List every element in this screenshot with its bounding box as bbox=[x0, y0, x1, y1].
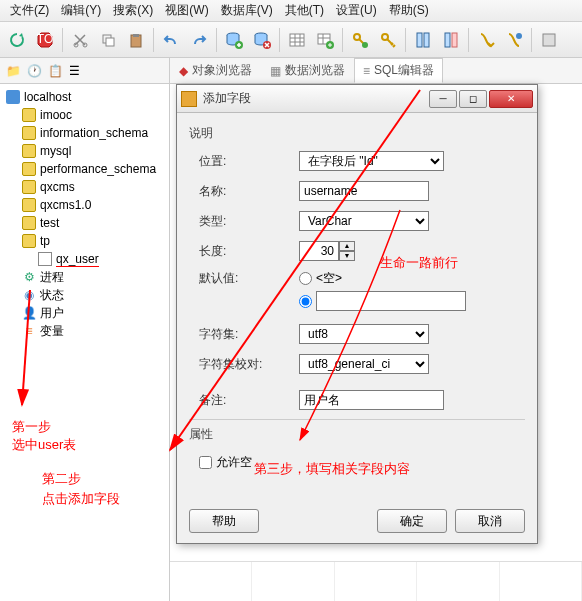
sidebar-toolbar: 📁 🕐 📋 ☰ bbox=[0, 58, 170, 84]
tree-status[interactable]: ◉状态 bbox=[0, 286, 169, 304]
table-icon[interactable] bbox=[284, 27, 310, 53]
default-empty-radio[interactable] bbox=[299, 272, 312, 285]
maximize-button[interactable]: ◻ bbox=[459, 90, 487, 108]
tree-db-information-schema[interactable]: information_schema bbox=[0, 124, 169, 142]
cut-icon[interactable] bbox=[67, 27, 93, 53]
tree-db-qxcms[interactable]: qxcms bbox=[0, 178, 169, 196]
column-add-icon[interactable] bbox=[410, 27, 436, 53]
column-icon[interactable] bbox=[438, 27, 464, 53]
menu-edit[interactable]: 编辑(Y) bbox=[55, 0, 107, 21]
svg-rect-21 bbox=[452, 33, 457, 47]
tree-db-imooc[interactable]: imooc bbox=[0, 106, 169, 124]
menu-other[interactable]: 其他(T) bbox=[279, 0, 330, 21]
length-input[interactable] bbox=[299, 241, 339, 261]
allow-null-checkbox[interactable] bbox=[199, 456, 212, 469]
name-input[interactable] bbox=[299, 181, 429, 201]
position-select[interactable]: 在字段后 "Id" bbox=[299, 151, 444, 171]
menu-file[interactable]: 文件(Z) bbox=[4, 0, 55, 21]
tree-db-qxcms10[interactable]: qxcms1.0 bbox=[0, 196, 169, 214]
svg-rect-12 bbox=[290, 34, 304, 46]
label-collation: 字符集校对: bbox=[189, 356, 299, 373]
label-comment: 备注: bbox=[189, 392, 299, 409]
comment-input[interactable] bbox=[299, 390, 444, 410]
add-field-dialog: 添加字段 ─ ◻ ✕ 说明 位置: 在字段后 "Id" 名称: 类型: VarC… bbox=[176, 84, 538, 544]
menu-help[interactable]: 帮助(S) bbox=[383, 0, 435, 21]
tree-db-tp[interactable]: tp bbox=[0, 232, 169, 250]
help-button[interactable]: 帮助 bbox=[189, 509, 259, 533]
menu-settings[interactable]: 设置(U) bbox=[330, 0, 383, 21]
undo-icon[interactable] bbox=[158, 27, 184, 53]
label-name: 名称: bbox=[189, 183, 299, 200]
default-value-radio[interactable] bbox=[299, 295, 312, 308]
dialog-title: 添加字段 bbox=[203, 90, 427, 107]
tree-table-qx-user[interactable]: qx_user bbox=[0, 250, 169, 268]
section-attributes: 属性 bbox=[189, 426, 525, 443]
key-add-icon[interactable] bbox=[347, 27, 373, 53]
svg-text:STOP: STOP bbox=[36, 32, 54, 46]
run-icon[interactable] bbox=[473, 27, 499, 53]
dialog-titlebar[interactable]: 添加字段 ─ ◻ ✕ bbox=[177, 85, 537, 113]
table-add-icon[interactable] bbox=[312, 27, 338, 53]
svg-point-22 bbox=[516, 33, 522, 39]
close-button[interactable]: ✕ bbox=[489, 90, 533, 108]
tree-host[interactable]: localhost bbox=[0, 88, 169, 106]
length-down[interactable]: ▼ bbox=[339, 251, 355, 261]
main-toolbar: STOP bbox=[0, 22, 582, 58]
tree-db-mysql[interactable]: mysql bbox=[0, 142, 169, 160]
bookmark-icon[interactable]: 📋 bbox=[48, 64, 63, 78]
default-empty-label: <空> bbox=[316, 270, 342, 287]
copy-icon[interactable] bbox=[95, 27, 121, 53]
tab-data-browser[interactable]: ▦数据浏览器 bbox=[261, 58, 354, 83]
tree-variables[interactable]: ≡变量 bbox=[0, 322, 169, 340]
menu-database[interactable]: 数据库(V) bbox=[215, 0, 279, 21]
tab-object-browser[interactable]: ◆对象浏览器 bbox=[170, 58, 261, 83]
label-charset: 字符集: bbox=[189, 326, 299, 343]
svg-rect-20 bbox=[445, 33, 450, 47]
allow-null-label: 允许空 bbox=[216, 454, 252, 471]
default-value-input[interactable] bbox=[316, 291, 466, 311]
svg-point-16 bbox=[362, 42, 368, 48]
db-add-icon[interactable] bbox=[221, 27, 247, 53]
menu-view[interactable]: 视图(W) bbox=[159, 0, 214, 21]
svg-rect-7 bbox=[133, 34, 139, 37]
svg-rect-19 bbox=[424, 33, 429, 47]
svg-rect-5 bbox=[106, 38, 114, 46]
length-up[interactable]: ▲ bbox=[339, 241, 355, 251]
svg-rect-18 bbox=[417, 33, 422, 47]
db-remove-icon[interactable] bbox=[249, 27, 275, 53]
tree-users[interactable]: 👤用户 bbox=[0, 304, 169, 322]
menu-search[interactable]: 搜索(X) bbox=[107, 0, 159, 21]
paste-icon[interactable] bbox=[123, 27, 149, 53]
refresh-icon[interactable] bbox=[4, 27, 30, 53]
minimize-button[interactable]: ─ bbox=[429, 90, 457, 108]
label-length: 长度: bbox=[189, 243, 299, 260]
tree-processes[interactable]: ⚙进程 bbox=[0, 268, 169, 286]
tree-db-test[interactable]: test bbox=[0, 214, 169, 232]
label-default: 默认值: bbox=[189, 270, 299, 287]
list-icon[interactable]: ☰ bbox=[69, 64, 80, 78]
run-sel-icon[interactable] bbox=[501, 27, 527, 53]
stop-icon[interactable]: STOP bbox=[32, 27, 58, 53]
filter-icon[interactable]: 📁 bbox=[6, 64, 21, 78]
tree-db-performance-schema[interactable]: performance_schema bbox=[0, 160, 169, 178]
charset-select[interactable]: utf8 bbox=[299, 324, 429, 344]
section-description: 说明 bbox=[189, 125, 525, 142]
menu-bar: 文件(Z) 编辑(Y) 搜索(X) 视图(W) 数据库(V) 其他(T) 设置(… bbox=[0, 0, 582, 22]
redo-icon[interactable] bbox=[186, 27, 212, 53]
label-type: 类型: bbox=[189, 213, 299, 230]
svg-rect-23 bbox=[543, 34, 555, 46]
collation-select[interactable]: utf8_general_ci bbox=[299, 354, 429, 374]
tab-sql-editor[interactable]: ≡SQL编辑器 bbox=[354, 58, 443, 83]
tool-icon[interactable] bbox=[536, 27, 562, 53]
clock-icon[interactable]: 🕐 bbox=[27, 64, 42, 78]
dialog-icon bbox=[181, 91, 197, 107]
label-position: 位置: bbox=[189, 153, 299, 170]
database-tree: localhost imooc information_schema mysql… bbox=[0, 84, 170, 601]
type-select[interactable]: VarChar bbox=[299, 211, 429, 231]
ok-button[interactable]: 确定 bbox=[377, 509, 447, 533]
key-icon[interactable] bbox=[375, 27, 401, 53]
cancel-button[interactable]: 取消 bbox=[455, 509, 525, 533]
bottom-grid bbox=[170, 561, 582, 601]
